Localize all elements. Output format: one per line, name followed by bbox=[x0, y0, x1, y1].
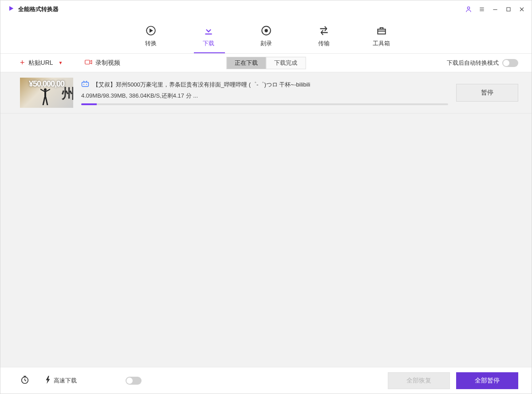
hamburger-icon[interactable] bbox=[477, 4, 487, 15]
nav-label: 刻录 bbox=[260, 39, 272, 47]
nav-burn[interactable]: 刻录 bbox=[251, 24, 282, 47]
camera-icon bbox=[85, 59, 93, 67]
titlebar: 全能格式转换器 bbox=[0, 0, 532, 18]
svg-rect-11 bbox=[378, 29, 385, 34]
nav-download[interactable]: 下载 bbox=[193, 24, 224, 47]
svg-line-17 bbox=[43, 97, 45, 105]
pause-all-button[interactable]: 全部暂停 bbox=[456, 372, 518, 389]
nav-label: 传输 bbox=[318, 39, 330, 47]
svg-rect-19 bbox=[82, 82, 89, 87]
paste-url-label: 粘贴URL bbox=[28, 59, 53, 67]
nav-toolbox[interactable]: 工具箱 bbox=[366, 24, 397, 47]
transfer-icon bbox=[318, 24, 330, 37]
app-logo-icon bbox=[8, 5, 15, 14]
convert-icon bbox=[145, 24, 157, 37]
burn-icon bbox=[260, 24, 272, 37]
download-item: ¥50,000,00 州 【艾叔】郑州5000万豪宅里，养条巨贵有没有排面_哔哩… bbox=[0, 72, 532, 114]
svg-point-0 bbox=[467, 7, 469, 9]
close-button[interactable] bbox=[516, 4, 527, 15]
download-icon bbox=[203, 24, 214, 37]
bolt-icon bbox=[45, 376, 51, 386]
nav-underline bbox=[194, 52, 225, 53]
pause-button[interactable]: 暂停 bbox=[456, 84, 518, 102]
resume-all-button: 全部恢复 bbox=[388, 372, 450, 389]
tab-completed[interactable]: 下载完成 bbox=[266, 57, 306, 69]
plus-icon: + bbox=[20, 58, 25, 67]
progress-bar bbox=[81, 103, 448, 105]
download-list: ¥50,000,00 州 【艾叔】郑州5000万豪宅里，养条巨贵有没有排面_哔哩… bbox=[0, 72, 532, 367]
video-thumbnail: ¥50,000,00 州 bbox=[20, 78, 73, 108]
status-tabs: 正在下载 下载完成 bbox=[226, 57, 306, 69]
toolbox-icon bbox=[376, 24, 387, 37]
maximize-button[interactable] bbox=[503, 4, 514, 15]
progress-fill bbox=[81, 103, 97, 105]
toolbar: + 粘贴URL ▼ 录制视频 正在下载 下载完成 下载后自动转换模式 bbox=[0, 54, 532, 72]
user-icon[interactable] bbox=[463, 4, 474, 15]
bilibili-icon bbox=[81, 80, 89, 89]
chevron-down-icon: ▼ bbox=[59, 60, 63, 65]
nav-label: 转换 bbox=[145, 39, 157, 47]
svg-rect-5 bbox=[507, 8, 510, 11]
svg-point-10 bbox=[265, 29, 267, 32]
footer: 高速下载 全部恢复 全部暂停 bbox=[0, 367, 532, 394]
nav-convert[interactable]: 转换 bbox=[135, 24, 166, 47]
nav-label: 工具箱 bbox=[373, 39, 390, 47]
highspeed-label: 高速下载 bbox=[54, 377, 77, 385]
download-status: 4.09MB/98.39MB, 386.04KB/S,还剩4.17 分 ... bbox=[81, 92, 448, 100]
main-nav: 转换 下载 刻录 传输 工具箱 bbox=[0, 18, 532, 54]
auto-convert-label: 下载后自动转换模式 bbox=[447, 59, 499, 67]
highspeed-group: 高速下载 bbox=[45, 376, 77, 386]
record-label: 录制视频 bbox=[95, 59, 120, 67]
svg-rect-12 bbox=[85, 60, 90, 64]
video-title: 【艾叔】郑州5000万豪宅里，养条巨贵有没有排面_哔哩哔哩 (゜-゜)つロ 干杯… bbox=[93, 81, 310, 89]
clock-icon[interactable] bbox=[20, 375, 30, 386]
svg-line-18 bbox=[46, 97, 47, 105]
highspeed-toggle[interactable] bbox=[126, 377, 142, 385]
nav-transfer[interactable]: 传输 bbox=[308, 24, 339, 47]
auto-convert-toggle[interactable] bbox=[502, 59, 518, 67]
minimize-button[interactable] bbox=[490, 4, 500, 15]
tab-downloading[interactable]: 正在下载 bbox=[226, 57, 266, 69]
nav-label: 下载 bbox=[203, 39, 214, 47]
record-button[interactable]: 录制视频 bbox=[85, 59, 120, 67]
svg-point-13 bbox=[44, 88, 47, 91]
app-title: 全能格式转换器 bbox=[18, 5, 59, 13]
paste-url-button[interactable]: + 粘贴URL ▼ bbox=[20, 58, 63, 67]
